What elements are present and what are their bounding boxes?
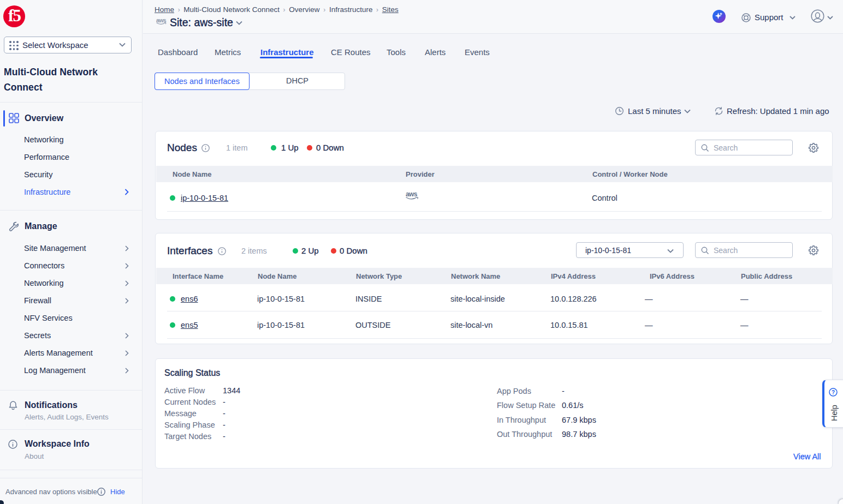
svg-text:?: ? (832, 389, 835, 395)
